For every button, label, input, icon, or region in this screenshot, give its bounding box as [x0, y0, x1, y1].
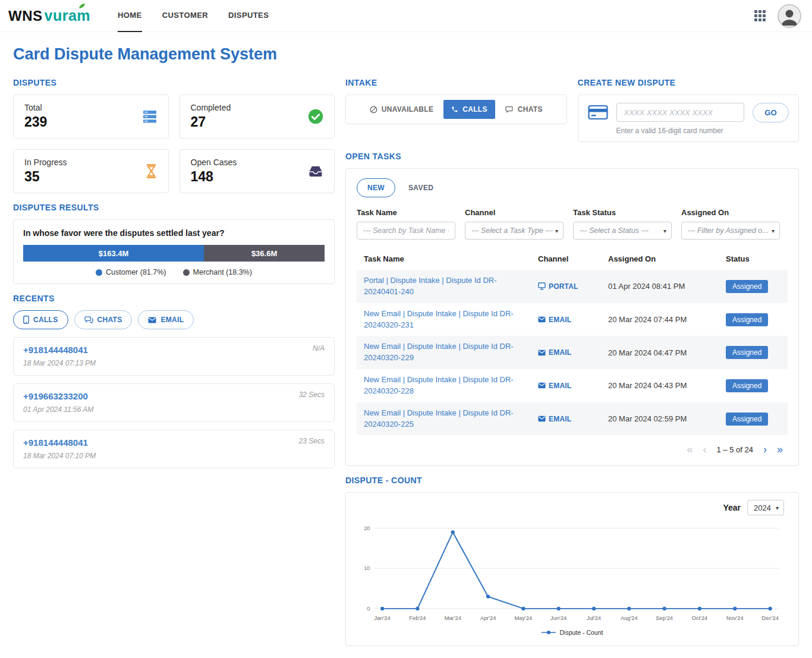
first-page-icon[interactable]: « — [687, 444, 693, 455]
filter-label-task-name: Task Name — [357, 208, 455, 217]
phone-handset-icon — [451, 106, 458, 113]
line-series-legend-icon — [542, 630, 556, 635]
assigned-on-cell: 20 Mar 2024 04:47 PM — [608, 348, 720, 357]
svg-text:Mar'24: Mar'24 — [445, 616, 461, 622]
svg-text:Aug'24: Aug'24 — [621, 616, 638, 622]
leaf-icon — [78, 3, 86, 9]
recent-call-card: +919663233200 01 Apr 2024 11:56 AM 32 Se… — [13, 383, 335, 422]
recent-call-card: +918144448041 18 Mar 2024 07:13 PM N/A — [13, 337, 335, 376]
task-status-filter-select[interactable]: --- Select a Status --- ▾ — [573, 222, 672, 240]
stat-label: In Progress — [24, 158, 67, 167]
avatar[interactable] — [778, 4, 801, 28]
stat-card-open-cases: Open Cases 148 — [180, 149, 335, 193]
svg-text:Sep'24: Sep'24 — [656, 616, 673, 622]
task-link[interactable]: New Email | Dispute Intake | Dispute Id … — [364, 374, 532, 397]
year-select[interactable]: 2024 ▾ — [747, 500, 784, 515]
email-icon — [538, 382, 546, 389]
recents-section-title: RECENTS — [13, 294, 335, 303]
pagination-range: 1 – 5 of 24 — [717, 445, 753, 454]
nav-home[interactable]: HOME — [118, 0, 142, 32]
recents-tab-calls[interactable]: CALLS — [13, 310, 68, 329]
task-link[interactable]: Portal | Dispute Intake | Dispute Id DR-… — [364, 275, 532, 298]
next-page-icon[interactable]: › — [763, 444, 767, 455]
task-link[interactable]: New Email | Dispute Intake | Dispute Id … — [364, 308, 532, 331]
task-link[interactable]: New Email | Dispute Intake | Dispute Id … — [364, 408, 532, 430]
card-number-helper-text: Enter a valid 16-digit card number — [616, 127, 745, 135]
stat-card-in-progress: In Progress 35 — [13, 149, 169, 193]
inbox-icon — [308, 165, 323, 177]
task-filters: Task Name Channel --- Select a Task Type… — [357, 208, 788, 240]
chart-legend-label: Dispute - Count — [560, 629, 603, 636]
recents-tab-email[interactable]: EMAIL — [138, 310, 194, 329]
channel-cell: EMAIL — [538, 348, 602, 357]
recents-tab-chats[interactable]: CHATS — [74, 310, 133, 329]
status-badge: Assigned — [726, 379, 768, 392]
merchant-legend-dot — [183, 269, 190, 276]
svg-text:Oct'24: Oct'24 — [692, 616, 708, 622]
task-name-filter-input[interactable] — [357, 222, 455, 240]
tasks-table-header: Task Name Channel Assigned On Status — [357, 249, 788, 270]
chevron-down-icon: ▾ — [663, 228, 666, 234]
channel-cell: EMAIL — [538, 382, 602, 390]
card-number-input[interactable] — [616, 103, 745, 122]
tasks-table-body: Portal | Dispute Intake | Dispute Id DR-… — [357, 270, 788, 435]
stat-card-completed: Completed 27 — [180, 95, 335, 138]
recent-call-card: +918144448041 18 Mar 2024 07:10 PM 23 Se… — [13, 430, 335, 468]
table-row: New Email | Dispute Intake | Dispute Id … — [357, 303, 788, 336]
call-duration: N/A — [313, 344, 325, 352]
chat-bubble-icon — [84, 316, 93, 323]
stat-card-total: Total 239 — [13, 95, 169, 138]
unavailable-button[interactable]: UNAVAILABLE — [362, 100, 442, 119]
disputes-results-card: In whose favor were the disputes settled… — [13, 219, 335, 284]
stat-value: 148 — [191, 169, 237, 185]
select-value: --- Filter by Assigned o... — [688, 226, 769, 235]
chats-button[interactable]: CHATS — [498, 100, 550, 119]
chevron-down-icon: ▾ — [772, 228, 775, 234]
email-icon — [148, 317, 156, 323]
results-question: In whose favor were the disputes settled… — [23, 228, 325, 238]
filter-label-assigned-on: Assigned On — [681, 208, 780, 217]
call-number-link[interactable]: +918144448041 — [23, 437, 325, 448]
nav-customer[interactable]: CUSTOMER — [162, 0, 208, 32]
select-value: --- Select a Status --- — [580, 226, 649, 235]
svg-text:Jul'24: Jul'24 — [587, 616, 601, 622]
intake-option-label: CALLS — [462, 105, 487, 114]
column-header-channel: Channel — [538, 254, 602, 263]
tab-saved[interactable]: SAVED — [408, 184, 433, 192]
chevron-down-icon: ▾ — [555, 228, 558, 234]
channel-label: EMAIL — [549, 382, 571, 390]
hourglass-icon — [145, 163, 158, 179]
assigned-on-cell: 20 Mar 2024 04:43 PM — [608, 381, 720, 390]
prev-page-icon[interactable]: ‹ — [703, 444, 707, 455]
monitor-icon — [538, 282, 546, 290]
status-badge: Assigned — [726, 413, 768, 426]
intake-option-label: UNAVAILABLE — [382, 105, 434, 114]
channel-filter-select[interactable]: --- Select a Task Type --- ▾ — [465, 222, 564, 240]
recents-tab-label: CHATS — [97, 316, 122, 324]
chart-legend: Dispute - Count — [357, 629, 788, 641]
call-number-link[interactable]: +918144448041 — [23, 345, 325, 355]
disputes-results-section-title: DISPUTES RESULTS — [13, 203, 335, 212]
status-badge: Assigned — [726, 280, 768, 293]
assigned-on-filter-select[interactable]: --- Filter by Assigned o... ▾ — [681, 222, 780, 240]
assigned-on-cell: 01 Apr 2024 08:41 PM — [608, 282, 720, 291]
assigned-on-cell: 20 Mar 2024 02:59 PM — [608, 414, 720, 423]
nav-disputes[interactable]: DISPUTES — [228, 0, 269, 32]
call-datetime: 18 Mar 2024 07:13 PM — [23, 359, 325, 367]
stat-label: Total — [24, 103, 47, 112]
call-number-link[interactable]: +919663233200 — [23, 391, 325, 401]
svg-text:10: 10 — [364, 566, 370, 572]
create-dispute-card: Enter a valid 16-digit card number GO — [578, 95, 800, 142]
calls-button[interactable]: CALLS — [443, 100, 495, 119]
brand-wns-text: WNS — [8, 8, 43, 24]
brand-logo[interactable]: WNS vuram — [8, 7, 90, 24]
tab-new[interactable]: NEW — [357, 178, 395, 197]
channel-cell: EMAIL — [538, 415, 602, 423]
go-button[interactable]: GO — [753, 103, 789, 122]
task-link[interactable]: New Email | Dispute Intake | Dispute Id … — [364, 341, 532, 364]
apps-grid-icon[interactable] — [752, 8, 768, 24]
page-title: Card Dispute Management System — [13, 45, 799, 64]
table-row: New Email | Dispute Intake | Dispute Id … — [357, 402, 788, 436]
channel-label: EMAIL — [549, 316, 571, 324]
last-page-icon[interactable]: » — [777, 444, 783, 455]
